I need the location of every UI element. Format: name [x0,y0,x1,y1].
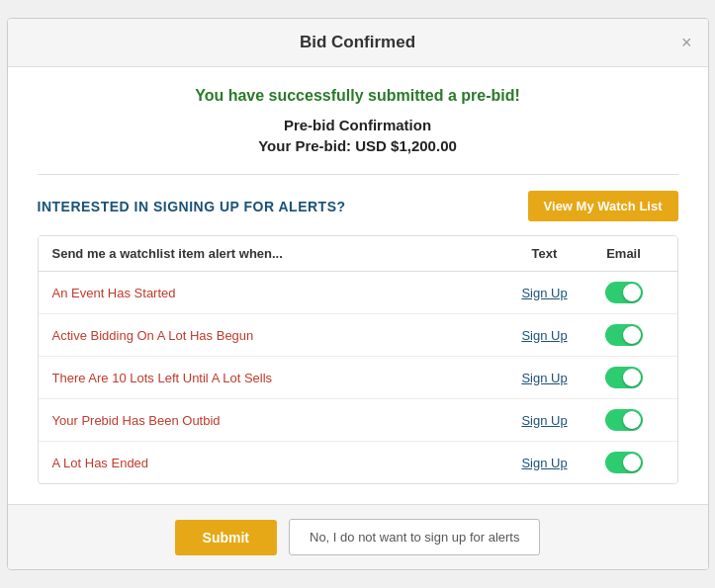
confirmation-line1: Pre-bid Confirmation [38,117,678,133]
table-row: A Lot Has Ended Sign Up [39,442,677,483]
no-signup-button[interactable]: No, I do not want to sign up for alerts [289,519,540,555]
alert-label: There Are 10 Lots Left Until A Lot Sells [52,371,505,385]
col-email-header: Email [584,246,664,261]
watchlist-button[interactable]: View My Watch List [528,191,678,221]
alerts-table: Send me a watchlist item alert when... T… [38,235,678,484]
toggle-cell [584,324,664,346]
email-toggle[interactable] [605,367,643,388]
modal-title: Bid Confirmed [300,33,415,52]
alert-label: Your Prebid Has Been Outbid [52,413,505,428]
signup-link[interactable]: Sign Up [505,371,584,385]
email-toggle[interactable] [605,282,643,303]
email-toggle[interactable] [605,452,643,473]
toggle-cell [584,367,664,388]
alerts-heading: INTERESTED IN SIGNING UP FOR ALERTS? [38,199,346,214]
table-row: An Event Has Started Sign Up [39,272,677,314]
signup-link[interactable]: Sign Up [505,456,584,470]
modal-footer: Submit No, I do not want to sign up for … [8,504,708,569]
toggle-cell [584,452,664,473]
email-toggle[interactable] [605,324,643,346]
alerts-header: INTERESTED IN SIGNING UP FOR ALERTS? Vie… [38,191,678,221]
divider [38,174,678,175]
toggle-cell [584,409,664,431]
confirmation-info: Pre-bid Confirmation Your Pre-bid: USD $… [38,117,678,154]
table-header-row: Send me a watchlist item alert when... T… [39,236,677,272]
modal-header: Bid Confirmed × [8,19,708,67]
bid-confirmed-modal: Bid Confirmed × You have successfully su… [7,18,709,570]
toggle-cell [584,282,664,303]
col-text-header: Text [505,246,584,261]
alert-label: An Event Has Started [52,286,505,300]
close-button[interactable]: × [681,34,692,51]
confirmation-line2: Your Pre-bid: USD $1,200.00 [38,137,678,154]
table-row: There Are 10 Lots Left Until A Lot Sells… [39,357,677,399]
submit-button[interactable]: Submit [175,520,277,555]
success-message: You have successfully submitted a pre-bi… [38,87,678,105]
modal-body: You have successfully submitted a pre-bi… [8,67,708,504]
email-toggle[interactable] [605,409,643,431]
alert-label: A Lot Has Ended [52,456,505,470]
signup-link[interactable]: Sign Up [505,286,584,300]
table-row: Your Prebid Has Been Outbid Sign Up [39,399,677,442]
signup-link[interactable]: Sign Up [505,413,584,428]
col-description: Send me a watchlist item alert when... [52,246,505,261]
signup-link[interactable]: Sign Up [505,328,584,343]
alerts-section: INTERESTED IN SIGNING UP FOR ALERTS? Vie… [38,191,678,484]
alert-label: Active Bidding On A Lot Has Begun [52,328,505,343]
table-row: Active Bidding On A Lot Has Begun Sign U… [39,314,677,357]
